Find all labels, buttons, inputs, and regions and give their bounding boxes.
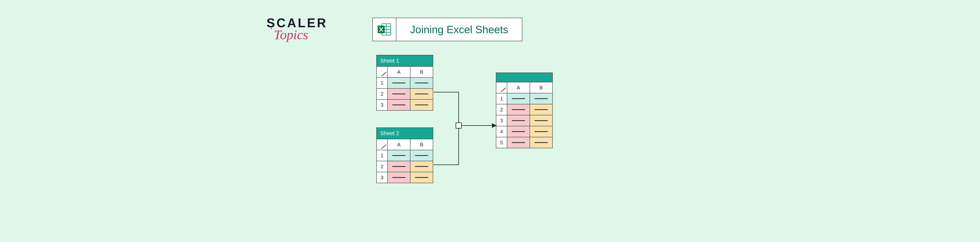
sheet1-r2-A — [387, 88, 410, 99]
sheet2-rownum-1: 1 — [377, 150, 387, 161]
result-rownum-2: 2 — [496, 104, 507, 115]
diagram-title: Joining Excel Sheets — [396, 18, 522, 41]
sheet1-rownum-2: 2 — [377, 88, 387, 99]
sheet1-r1-A — [387, 77, 410, 88]
sheet2-r2-B — [410, 161, 433, 172]
sheet-2-grid: AB123 — [377, 139, 433, 183]
result-rownum-3: 3 — [496, 115, 507, 126]
result-r2-B — [530, 104, 552, 115]
corner-cell — [377, 139, 387, 150]
sheet2-col-A: A — [387, 139, 410, 150]
result-r5-B — [530, 137, 552, 148]
result-col-A: A — [507, 82, 530, 93]
result-r1-A — [507, 93, 530, 104]
sheet2-rownum-2: 2 — [377, 161, 387, 172]
sheet1-col-B: B — [410, 66, 433, 77]
output-sheet: AB12345 — [496, 73, 553, 148]
input-sheet-1: Sheet 1 AB123 — [376, 55, 433, 111]
svg-rect-6 — [456, 123, 461, 128]
corner-cell — [496, 82, 507, 93]
sheet2-col-B: B — [410, 139, 433, 150]
result-r3-A — [507, 115, 530, 126]
sheet2-r1-B — [410, 150, 433, 161]
sheet2-r1-A — [387, 150, 410, 161]
sheet1-r2-B — [410, 88, 433, 99]
excel-icon — [373, 18, 396, 41]
result-r2-A — [507, 104, 530, 115]
result-r4-B — [530, 126, 552, 137]
diagram-title-box: Joining Excel Sheets — [372, 18, 522, 41]
input-sheet-2: Sheet 2 AB123 — [376, 127, 433, 183]
sheet1-rownum-3: 3 — [377, 99, 387, 110]
sheet2-r3-B — [410, 172, 433, 183]
sheet2-rownum-3: 3 — [377, 172, 387, 183]
output-sheet-grid: AB12345 — [496, 82, 552, 148]
sheet-1-grid: AB123 — [377, 66, 433, 110]
sheet1-r1-B — [410, 77, 433, 88]
sheet1-r3-A — [387, 99, 410, 110]
logo-line-2: Topics — [270, 27, 345, 43]
result-rownum-5: 5 — [496, 137, 507, 148]
sheet-1-title: Sheet 1 — [377, 55, 433, 66]
result-r5-A — [507, 137, 530, 148]
sheet1-r3-B — [410, 99, 433, 110]
sheet-2-title: Sheet 2 — [377, 128, 433, 139]
result-r1-B — [530, 93, 552, 104]
output-sheet-header-bar — [496, 73, 552, 82]
corner-cell — [377, 66, 387, 77]
result-rownum-1: 1 — [496, 93, 507, 104]
sheet1-rownum-1: 1 — [377, 77, 387, 88]
sheet2-r2-A — [387, 161, 410, 172]
result-col-B: B — [530, 82, 552, 93]
result-rownum-4: 4 — [496, 126, 507, 137]
result-r4-A — [507, 126, 530, 137]
sheet2-r3-A — [387, 172, 410, 183]
scaler-topics-logo: SCALER Topics — [267, 16, 345, 43]
sheet1-col-A: A — [387, 66, 410, 77]
result-r3-B — [530, 115, 552, 126]
